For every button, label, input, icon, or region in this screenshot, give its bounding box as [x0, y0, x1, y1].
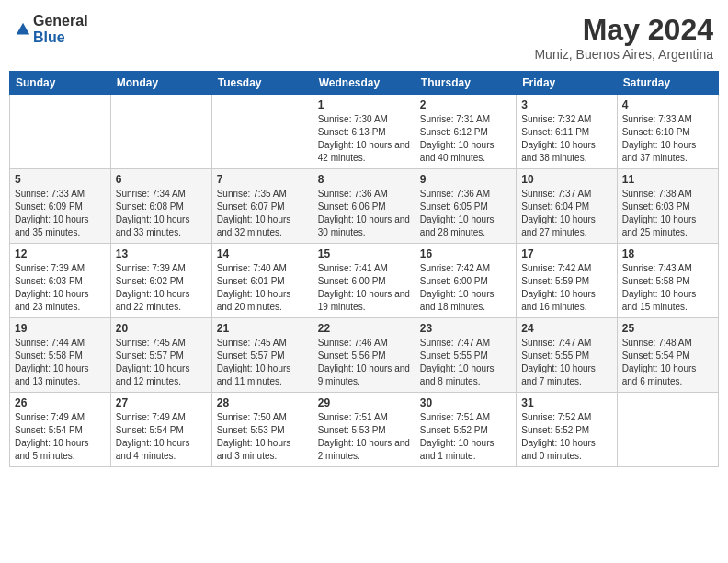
day-number: 6: [116, 173, 207, 186]
calendar-cell: 31Sunrise: 7:52 AM Sunset: 5:52 PM Dayli…: [517, 393, 617, 467]
day-number: 18: [622, 247, 713, 260]
day-number: 5: [15, 173, 106, 186]
calendar-cell: 5Sunrise: 7:33 AM Sunset: 6:09 PM Daylig…: [10, 169, 111, 244]
calendar-cell: 14Sunrise: 7:40 AM Sunset: 6:01 PM Dayli…: [211, 244, 313, 318]
calendar-cell: 18Sunrise: 7:43 AM Sunset: 5:58 PM Dayli…: [617, 244, 718, 318]
calendar-cell: 24Sunrise: 7:47 AM Sunset: 5:55 PM Dayli…: [517, 318, 617, 393]
day-info: Sunrise: 7:36 AM Sunset: 6:05 PM Dayligh…: [420, 188, 511, 239]
day-number: 2: [420, 98, 511, 111]
logo-blue: Blue: [33, 29, 88, 46]
calendar-cell: 1Sunrise: 7:30 AM Sunset: 6:13 PM Daylig…: [313, 95, 415, 169]
calendar-cell: 3Sunrise: 7:32 AM Sunset: 6:11 PM Daylig…: [517, 95, 617, 169]
day-info: Sunrise: 7:32 AM Sunset: 6:11 PM Dayligh…: [521, 113, 611, 165]
day-info: Sunrise: 7:48 AM Sunset: 5:54 PM Dayligh…: [622, 337, 713, 388]
calendar-table: SundayMondayTuesdayWednesdayThursdayFrid…: [9, 71, 719, 467]
calendar-day-header: Saturday: [617, 72, 718, 95]
day-number: 20: [116, 322, 207, 335]
calendar-cell: 21Sunrise: 7:45 AM Sunset: 5:57 PM Dayli…: [211, 318, 313, 393]
day-info: Sunrise: 7:52 AM Sunset: 5:52 PM Dayligh…: [521, 411, 611, 463]
day-info: Sunrise: 7:39 AM Sunset: 6:03 PM Dayligh…: [15, 262, 106, 314]
calendar-week-row: 5Sunrise: 7:33 AM Sunset: 6:09 PM Daylig…: [10, 169, 719, 244]
calendar-cell: [110, 95, 211, 169]
logo-general: General: [33, 13, 88, 29]
calendar-day-header: Wednesday: [313, 72, 415, 95]
day-info: Sunrise: 7:40 AM Sunset: 6:01 PM Dayligh…: [217, 262, 308, 314]
day-number: 4: [622, 98, 713, 111]
day-info: Sunrise: 7:38 AM Sunset: 6:03 PM Dayligh…: [622, 188, 713, 239]
location: Muniz, Buenos Aires, Argentina: [534, 47, 713, 62]
calendar-day-header: Tuesday: [211, 72, 313, 95]
calendar-cell: 4Sunrise: 7:33 AM Sunset: 6:10 PM Daylig…: [617, 95, 718, 169]
day-number: 13: [116, 247, 207, 260]
day-info: Sunrise: 7:42 AM Sunset: 6:00 PM Dayligh…: [420, 262, 511, 314]
calendar-day-header: Friday: [517, 72, 617, 95]
calendar-cell: 22Sunrise: 7:46 AM Sunset: 5:56 PM Dayli…: [313, 318, 415, 393]
day-number: 22: [318, 322, 410, 335]
day-info: Sunrise: 7:30 AM Sunset: 6:13 PM Dayligh…: [318, 113, 410, 165]
day-info: Sunrise: 7:51 AM Sunset: 5:53 PM Dayligh…: [318, 411, 410, 463]
day-info: Sunrise: 7:39 AM Sunset: 6:02 PM Dayligh…: [116, 262, 207, 314]
calendar-cell: 19Sunrise: 7:44 AM Sunset: 5:58 PM Dayli…: [10, 318, 111, 393]
logo: General Blue: [15, 13, 88, 45]
calendar-cell: 6Sunrise: 7:34 AM Sunset: 6:08 PM Daylig…: [110, 169, 211, 244]
day-number: 11: [622, 173, 713, 186]
calendar-week-row: 12Sunrise: 7:39 AM Sunset: 6:03 PM Dayli…: [10, 244, 719, 318]
day-info: Sunrise: 7:41 AM Sunset: 6:00 PM Dayligh…: [318, 262, 410, 314]
calendar-cell: 13Sunrise: 7:39 AM Sunset: 6:02 PM Dayli…: [110, 244, 211, 318]
day-number: 9: [420, 173, 511, 186]
calendar-cell: 23Sunrise: 7:47 AM Sunset: 5:55 PM Dayli…: [415, 318, 516, 393]
day-info: Sunrise: 7:37 AM Sunset: 6:04 PM Dayligh…: [521, 188, 611, 239]
calendar-cell: 12Sunrise: 7:39 AM Sunset: 6:03 PM Dayli…: [10, 244, 111, 318]
calendar-cell: 15Sunrise: 7:41 AM Sunset: 6:00 PM Dayli…: [313, 244, 415, 318]
day-number: 3: [521, 98, 611, 111]
day-number: 25: [622, 322, 713, 335]
calendar-week-row: 19Sunrise: 7:44 AM Sunset: 5:58 PM Dayli…: [10, 318, 719, 393]
calendar-cell: 27Sunrise: 7:49 AM Sunset: 5:54 PM Dayli…: [110, 393, 211, 467]
page-header: General Blue May 2024 Muniz, Buenos Aire…: [9, 9, 719, 65]
day-info: Sunrise: 7:31 AM Sunset: 6:12 PM Dayligh…: [420, 113, 511, 165]
day-number: 10: [521, 173, 611, 186]
svg-marker-0: [17, 22, 29, 34]
day-info: Sunrise: 7:49 AM Sunset: 5:54 PM Dayligh…: [15, 411, 106, 463]
day-number: 19: [15, 322, 106, 335]
day-number: 29: [318, 396, 410, 409]
day-info: Sunrise: 7:45 AM Sunset: 5:57 PM Dayligh…: [116, 337, 207, 388]
day-info: Sunrise: 7:46 AM Sunset: 5:56 PM Dayligh…: [318, 337, 410, 388]
title-section: May 2024 Muniz, Buenos Aires, Argentina: [534, 13, 713, 62]
calendar-day-header: Monday: [110, 72, 211, 95]
day-info: Sunrise: 7:43 AM Sunset: 5:58 PM Dayligh…: [622, 262, 713, 314]
day-info: Sunrise: 7:44 AM Sunset: 5:58 PM Dayligh…: [15, 337, 106, 388]
day-number: 14: [217, 247, 308, 260]
calendar-day-header: Thursday: [415, 72, 516, 95]
calendar-week-row: 1Sunrise: 7:30 AM Sunset: 6:13 PM Daylig…: [10, 95, 719, 169]
day-number: 12: [15, 247, 106, 260]
day-number: 27: [116, 396, 207, 409]
calendar-cell: 30Sunrise: 7:51 AM Sunset: 5:52 PM Dayli…: [415, 393, 516, 467]
calendar-cell: 8Sunrise: 7:36 AM Sunset: 6:06 PM Daylig…: [313, 169, 415, 244]
day-number: 24: [521, 322, 611, 335]
day-info: Sunrise: 7:33 AM Sunset: 6:09 PM Dayligh…: [15, 188, 106, 239]
day-info: Sunrise: 7:36 AM Sunset: 6:06 PM Dayligh…: [318, 188, 410, 239]
day-info: Sunrise: 7:33 AM Sunset: 6:10 PM Dayligh…: [622, 113, 713, 165]
calendar-cell: 26Sunrise: 7:49 AM Sunset: 5:54 PM Dayli…: [10, 393, 111, 467]
day-number: 1: [318, 98, 410, 111]
day-info: Sunrise: 7:45 AM Sunset: 5:57 PM Dayligh…: [217, 337, 308, 388]
calendar-cell: 9Sunrise: 7:36 AM Sunset: 6:05 PM Daylig…: [415, 169, 516, 244]
logo-text: General Blue: [33, 13, 88, 45]
day-number: 8: [318, 173, 410, 186]
day-info: Sunrise: 7:47 AM Sunset: 5:55 PM Dayligh…: [420, 337, 511, 388]
day-number: 26: [15, 396, 106, 409]
calendar-cell: 11Sunrise: 7:38 AM Sunset: 6:03 PM Dayli…: [617, 169, 718, 244]
logo-icon: [15, 21, 31, 38]
day-info: Sunrise: 7:47 AM Sunset: 5:55 PM Dayligh…: [521, 337, 611, 388]
day-info: Sunrise: 7:34 AM Sunset: 6:08 PM Dayligh…: [116, 188, 207, 239]
day-number: 28: [217, 396, 308, 409]
calendar-cell: [10, 95, 111, 169]
calendar-cell: 28Sunrise: 7:50 AM Sunset: 5:53 PM Dayli…: [211, 393, 313, 467]
calendar-header-row: SundayMondayTuesdayWednesdayThursdayFrid…: [10, 72, 719, 95]
day-info: Sunrise: 7:49 AM Sunset: 5:54 PM Dayligh…: [116, 411, 207, 463]
calendar-cell: 10Sunrise: 7:37 AM Sunset: 6:04 PM Dayli…: [517, 169, 617, 244]
day-number: 30: [420, 396, 511, 409]
day-number: 15: [318, 247, 410, 260]
day-info: Sunrise: 7:50 AM Sunset: 5:53 PM Dayligh…: [217, 411, 308, 463]
